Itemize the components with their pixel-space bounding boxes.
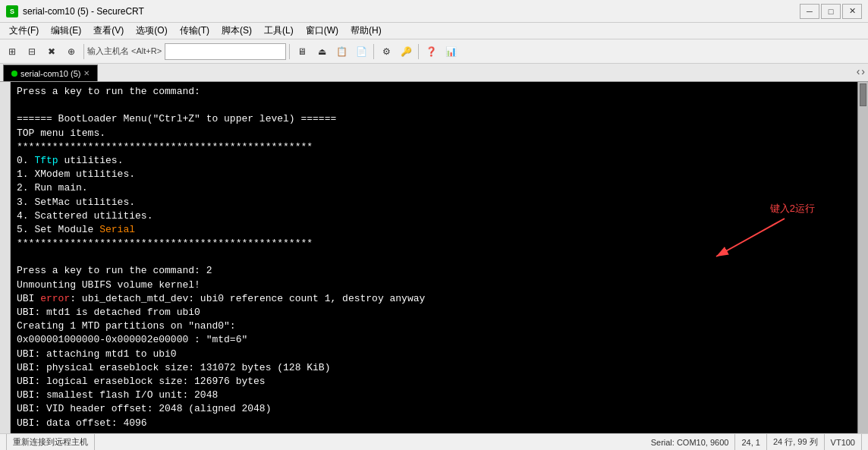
- toolbar-btn-9[interactable]: 📊: [442, 42, 460, 61]
- toolbar-separator-3: [373, 44, 374, 59]
- close-button[interactable]: ✕: [842, 4, 862, 19]
- menu-help[interactable]: 帮助(H): [344, 23, 388, 39]
- terminal-line: UBI: mtd1 is detached from ubi0: [17, 306, 851, 319]
- toolbar-btn-7[interactable]: ⚙: [377, 42, 395, 61]
- orange-text: Serial: [99, 224, 135, 235]
- toolbar-help-btn[interactable]: ❓: [422, 42, 440, 61]
- title-bar: S serial-com10 (5) - SecureCRT ─ □ ✕: [0, 0, 868, 23]
- terminal-line: ====== BootLoader Menu("Ctrl+Z" to upper…: [17, 112, 851, 126]
- tab-bar: serial-com10 (5) ✕ ‹ ›: [0, 64, 868, 82]
- toolbar-connect-btn[interactable]: 🖥: [293, 42, 311, 61]
- vertical-scrollbar[interactable]: [857, 82, 868, 433]
- menu-view[interactable]: 查看(V): [87, 23, 130, 39]
- terminal-line: Unmounting UBIFS volume kernel!: [17, 278, 851, 292]
- terminal-line: UBI: data offset: 4096: [17, 417, 851, 430]
- window-controls: ─ □ ✕: [800, 4, 862, 19]
- status-terminal-type: VT100: [825, 434, 862, 450]
- terminal-line: 4. Scattered utilities.: [17, 209, 851, 223]
- tab-label: serial-com10 (5): [20, 69, 80, 78]
- terminal-line: Creating 1 MTD partitions on "nand0":: [17, 319, 851, 333]
- terminal-wrapper: Press a key to run the command: ====== B…: [0, 82, 868, 433]
- menu-transfer[interactable]: 传输(T): [174, 23, 215, 39]
- terminal-line: TOP menu items.: [17, 127, 851, 140]
- tab-scroll-right[interactable]: ‹ ›: [857, 65, 865, 77]
- maximize-button[interactable]: □: [821, 4, 841, 19]
- toolbar-separator-4: [418, 44, 419, 59]
- terminal-line: 2. Run main.: [17, 181, 851, 195]
- minimize-button[interactable]: ─: [800, 4, 819, 19]
- terminal-line: UBI: VID header offset: 2048 (aligned 20…: [17, 402, 851, 416]
- toolbar-btn-3[interactable]: ✖: [42, 42, 61, 61]
- hostname-input[interactable]: [165, 43, 286, 60]
- terminal-line: ****************************************…: [17, 140, 851, 154]
- toolbar-separator-1: [83, 44, 84, 59]
- menu-script[interactable]: 脚本(S): [215, 23, 258, 39]
- toolbar-disconnect-btn[interactable]: ⏏: [313, 42, 331, 61]
- toolbar-btn-8[interactable]: 🔑: [397, 42, 415, 61]
- app-icon-label: S: [10, 8, 14, 15]
- terminal-line: 1. XModem utilities.: [17, 168, 851, 181]
- scrollbar-thumb[interactable]: [860, 83, 866, 106]
- tab-nav-right-icon[interactable]: ›: [861, 65, 865, 77]
- menu-tools[interactable]: 工具(L): [258, 23, 300, 39]
- terminal-line: UBI: smallest flash I/O unit: 2048: [17, 389, 851, 402]
- toolbar-btn-4[interactable]: ⊕: [62, 42, 80, 61]
- toolbar-btn-2[interactable]: ⊟: [23, 42, 41, 61]
- toolbar-input-label: 输入主机名 <Alt+R>: [87, 46, 162, 57]
- terminal-line: 0x000001000000-0x000002e00000 : "mtd=6": [17, 333, 851, 347]
- status-rowcol: 24 行, 99 列: [767, 434, 825, 450]
- terminal-line: [17, 99, 851, 112]
- menu-options[interactable]: 选项(O): [130, 23, 173, 39]
- toolbar-btn-6[interactable]: 📄: [352, 42, 370, 61]
- terminal-line: UBI: logical eraseblock size: 126976 byt…: [17, 375, 851, 389]
- left-sidebar: [0, 82, 11, 433]
- tab-status-dot: [11, 71, 17, 77]
- status-position: 24, 1: [735, 434, 766, 450]
- terminal-line: Press a key to run the command:: [17, 85, 851, 99]
- menu-bar: 文件(F) 编辑(E) 查看(V) 选项(O) 传输(T) 脚本(S) 工具(L…: [0, 23, 868, 39]
- terminal-line: UBI: physical eraseblock size: 131072 by…: [17, 361, 851, 375]
- status-serial: Serial: COM10, 9600: [645, 434, 736, 450]
- terminal-line: UBI: attaching mtd1 to ubi0: [17, 348, 851, 361]
- toolbar-separator-2: [289, 44, 290, 59]
- status-bar: 重新连接到远程主机 Serial: COM10, 9600 24, 1 24 行…: [0, 433, 868, 450]
- menu-window[interactable]: 窗口(W): [300, 23, 344, 39]
- toolbar-btn-5[interactable]: 📋: [332, 42, 351, 61]
- terminal[interactable]: Press a key to run the command: ====== B…: [11, 82, 857, 433]
- status-reconnect: 重新连接到远程主机: [6, 434, 95, 450]
- cyan-text: Tftp: [34, 155, 58, 166]
- window-title: serial-com10 (5) - SecureCRT: [23, 6, 800, 17]
- red-text: error: [40, 293, 70, 304]
- app-icon: S: [6, 5, 18, 17]
- menu-edit[interactable]: 编辑(E): [45, 23, 87, 39]
- terminal-line: 5. Set Module Serial: [17, 223, 851, 237]
- terminal-line: UBI error: ubi_detach_mtd_dev: ubi0 refe…: [17, 292, 851, 306]
- tab-nav-left-icon[interactable]: ‹: [857, 65, 860, 77]
- terminal-line: 0. Tftp utilities.: [17, 154, 851, 168]
- terminal-line: [17, 250, 851, 264]
- session-tab[interactable]: serial-com10 (5) ✕: [3, 65, 98, 81]
- tab-close-button[interactable]: ✕: [83, 69, 90, 77]
- toolbar-btn-1[interactable]: ⊞: [3, 42, 21, 61]
- terminal-line: Press a key to run the command: 2: [17, 264, 851, 278]
- toolbar: ⊞ ⊟ ✖ ⊕ 输入主机名 <Alt+R> 🖥 ⏏ 📋 📄 ⚙ 🔑 ❓ 📊: [0, 39, 868, 64]
- menu-file[interactable]: 文件(F): [3, 23, 45, 39]
- terminal-line: 3. SetMac utilities.: [17, 196, 851, 209]
- terminal-line: ****************************************…: [17, 237, 851, 250]
